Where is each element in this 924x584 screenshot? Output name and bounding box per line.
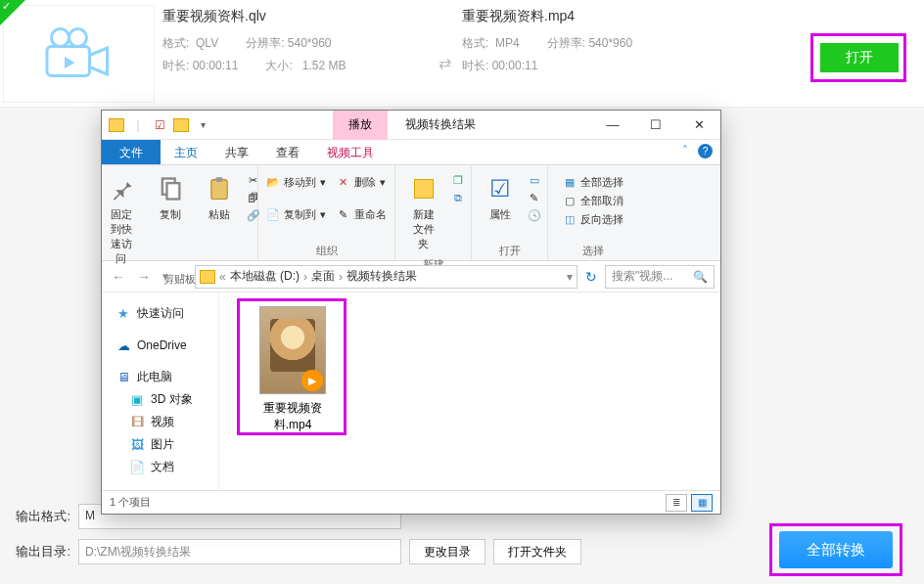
breadcrumb[interactable]: « 本地磁盘 (D:)› 桌面› 视频转换结果 ▾: [195, 265, 578, 289]
file-thumbnail: ▶: [259, 306, 326, 394]
crumb-dropdown-icon[interactable]: ▾: [567, 270, 573, 284]
minimize-button[interactable]: —: [591, 111, 634, 140]
open-folder-button[interactable]: 打开文件夹: [493, 539, 581, 564]
status-text: 1 个项目: [110, 495, 151, 510]
nav-up-icon[interactable]: ↑: [176, 269, 191, 285]
search-icon: 🔍: [693, 270, 708, 284]
properties-button[interactable]: ☑ 属性: [479, 169, 522, 226]
qat-folder-icon[interactable]: [172, 116, 190, 134]
explorer-window: | ☑ ▾ 播放 视频转换结果 — ☐ ✕ 文件 主页 共享 查看 视频工具 ˄…: [101, 110, 721, 515]
pin-quickaccess-button[interactable]: 固定到快 速访问: [100, 169, 143, 270]
ribbon-collapse-icon[interactable]: ˄: [682, 144, 688, 158]
file-item-label: 重要视频资料.mp4: [247, 400, 339, 433]
maximize-button[interactable]: ☐: [634, 111, 677, 140]
sidebar-item-3dobjects[interactable]: ▣3D 对象: [110, 388, 210, 411]
contextual-tab-play[interactable]: 播放: [333, 111, 388, 140]
source-thumbnail: [3, 5, 155, 103]
ribbon-tab-videotools[interactable]: 视频工具: [313, 140, 388, 164]
explorer-titlebar[interactable]: | ☑ ▾ 播放 视频转换结果 — ☐ ✕: [102, 111, 720, 140]
moveto-button[interactable]: 📂移动到 ▾ ✕删除 ▾: [266, 175, 385, 190]
newfolder-button[interactable]: 新建 文件夹: [402, 169, 445, 255]
sidebar-item-videos[interactable]: 🎞视频: [110, 411, 210, 433]
explorer-sidebar: ★快速访问 ☁OneDrive 🖥此电脑 ▣3D 对象 🎞视频 🖼图片 📄文档: [102, 292, 219, 490]
svg-rect-6: [166, 183, 179, 199]
nav-back-icon[interactable]: ←: [108, 269, 129, 285]
group-select-label: 选择: [582, 244, 604, 258]
file-pane[interactable]: ▶ 重要视频资料.mp4: [219, 292, 720, 490]
ribbon-help-icon[interactable]: ?: [698, 144, 713, 158]
refresh-icon[interactable]: ↻: [585, 269, 597, 285]
qat-dropdown-icon[interactable]: ▾: [194, 116, 211, 134]
svg-point-3: [69, 29, 86, 47]
play-overlay-icon: ▶: [301, 370, 323, 391]
close-button[interactable]: ✕: [677, 111, 720, 140]
ribbon-tab-home[interactable]: 主页: [161, 140, 211, 164]
group-organize-label: 组织: [316, 244, 338, 258]
selectnone-button[interactable]: ▢全部取消: [563, 194, 624, 208]
easyaccess-button[interactable]: ⧉: [451, 191, 465, 204]
view-details-icon[interactable]: ≣: [666, 494, 687, 512]
change-dir-button[interactable]: 更改目录: [409, 539, 485, 564]
edit-button[interactable]: ✎: [528, 191, 541, 204]
status-bar: 1 个项目 ≣ ▦: [102, 490, 720, 514]
nav-recent-icon[interactable]: ▾: [159, 270, 172, 283]
svg-rect-7: [210, 180, 226, 200]
output-dir-label: 输出目录:: [12, 543, 70, 561]
convert-all-button[interactable]: 全部转换: [779, 531, 893, 568]
open-dd-button[interactable]: ▭: [528, 173, 541, 187]
ribbon-body: 固定到快 速访问 复制 粘贴 ✂ 🗐 🔗 剪贴板: [102, 165, 720, 261]
dest-filename: 重要视频资料.mp4: [462, 8, 726, 25]
qat-sep: |: [129, 116, 147, 134]
output-dir-input[interactable]: D:\ZM\视频转换结果: [78, 539, 401, 564]
ribbon-tabs: 文件 主页 共享 查看 视频工具 ˄ ?: [102, 140, 720, 165]
invertsel-button[interactable]: ◫反向选择: [563, 212, 624, 227]
file-item[interactable]: ▶ 重要视频资料.mp4: [247, 306, 339, 433]
folder-icon: [108, 116, 125, 134]
dest-meta: 重要视频资料.mp4 格式: MP4 分辨率: 540*960 时长: 00:0…: [462, 0, 726, 80]
ribbon-tab-view[interactable]: 查看: [262, 140, 313, 164]
view-largeicons-icon[interactable]: ▦: [691, 494, 713, 512]
svg-rect-8: [215, 177, 222, 182]
copyto-button[interactable]: 📄复制到 ▾ ✎重命名: [266, 207, 386, 222]
history-button[interactable]: 🕓: [528, 208, 541, 222]
address-bar: ← → ▾ ↑ « 本地磁盘 (D:)› 桌面› 视频转换结果 ▾ ↻ 搜索"视…: [102, 261, 720, 292]
conversion-row: 重要视频资料.qlv 格式: QLV 分辨率: 540*960 时长: 00:0…: [0, 0, 924, 108]
sidebar-item-thispc[interactable]: 🖥此电脑: [110, 366, 210, 388]
source-filename: 重要视频资料.qlv: [162, 8, 427, 25]
svg-marker-4: [65, 57, 75, 68]
window-title: 视频转换结果: [405, 116, 476, 133]
crumb-folder-icon: [200, 270, 215, 284]
sidebar-item-documents[interactable]: 📄文档: [110, 456, 210, 478]
nav-fwd-icon[interactable]: →: [133, 269, 155, 285]
newitem-button[interactable]: ❐: [451, 173, 465, 187]
svg-point-2: [51, 29, 69, 47]
sidebar-item-onedrive[interactable]: ☁OneDrive: [110, 335, 210, 356]
ribbon-file-tab[interactable]: 文件: [102, 140, 161, 164]
selectall-button[interactable]: ▦全部选择: [563, 175, 624, 190]
svg-marker-1: [89, 48, 107, 74]
qat-check-icon[interactable]: ☑: [151, 116, 168, 134]
check-corner-icon: [0, 0, 25, 25]
sidebar-item-pictures[interactable]: 🖼图片: [110, 433, 210, 456]
paste-button[interactable]: 粘贴: [198, 169, 241, 226]
copy-button[interactable]: 复制: [149, 169, 192, 226]
open-button[interactable]: 打开: [820, 43, 899, 72]
output-format-label: 输出格式:: [12, 508, 70, 525]
camera-icon: [40, 24, 118, 83]
sidebar-item-quickaccess[interactable]: ★快速访问: [110, 302, 210, 325]
group-open-label: 打开: [499, 244, 521, 258]
explorer-search-input[interactable]: 搜索"视频... 🔍: [605, 265, 715, 289]
shuffle-icon[interactable]: ⇄: [427, 0, 462, 72]
ribbon-tab-share[interactable]: 共享: [211, 140, 262, 164]
source-meta: 重要视频资料.qlv 格式: QLV 分辨率: 540*960 时长: 00:0…: [162, 0, 427, 80]
